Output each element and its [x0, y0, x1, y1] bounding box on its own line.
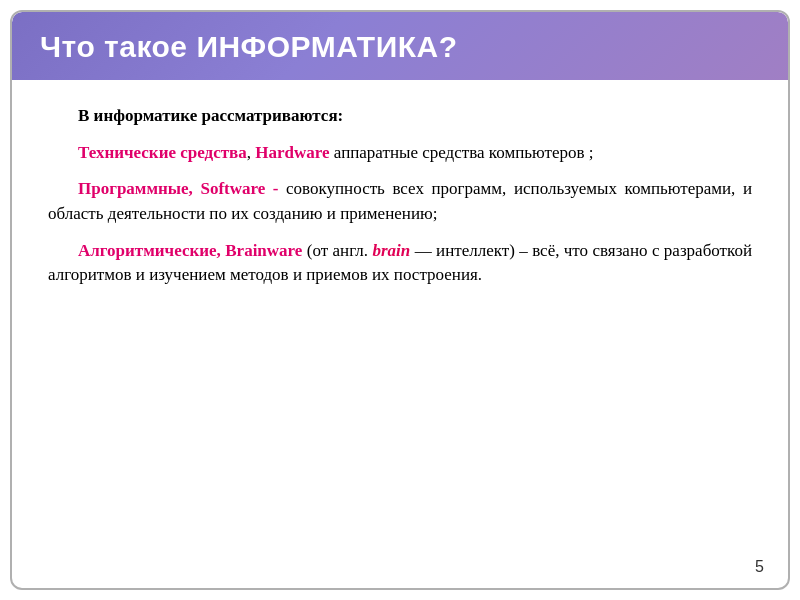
hardware-highlight1: Технические средства: [78, 143, 247, 162]
slide-title: Что такое ИНФОРМАТИКА?: [40, 30, 760, 64]
brainware-highlight1: Алгоритмические,: [78, 241, 221, 260]
brainware-pre-brain: (от англ.: [302, 241, 372, 260]
hardware-rest: аппаратные средства компьютеров ;: [330, 143, 594, 162]
hardware-section: Технические средства, Hardware аппаратны…: [48, 141, 752, 166]
hardware-highlight2: Hardware: [255, 143, 329, 162]
slide-body: В информатике рассматриваются: Техническ…: [12, 80, 788, 588]
brainware-highlight2: Brainware: [225, 241, 302, 260]
brainware-brain: brain: [372, 241, 410, 260]
brainware-section: Алгоритмические, Brainware (от англ. bra…: [48, 239, 752, 288]
software-separator: -: [265, 179, 286, 198]
software-highlight1: Программные,: [78, 179, 193, 198]
page-number: 5: [755, 558, 764, 576]
hardware-separator1: ,: [247, 143, 256, 162]
software-section: Программные, Software - совокупность все…: [48, 177, 752, 226]
slide: Что такое ИНФОРМАТИКА? В информатике рас…: [10, 10, 790, 590]
intro-line: В информатике рассматриваются:: [48, 104, 752, 129]
slide-header: Что такое ИНФОРМАТИКА?: [12, 12, 788, 80]
software-highlight2: Software: [200, 179, 265, 198]
